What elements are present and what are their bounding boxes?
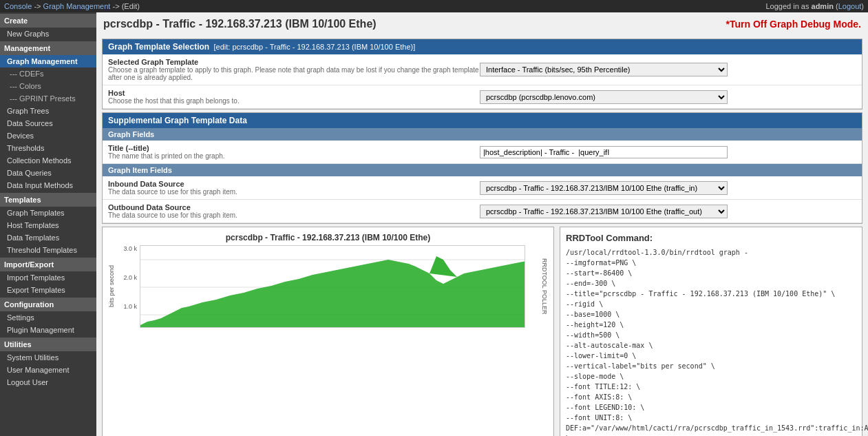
title-label: Title (--title) bbox=[108, 144, 480, 152]
host-desc: Choose the host that this graph belongs … bbox=[108, 97, 480, 105]
selected-graph-template-row: Selected Graph Template Choose a graph t… bbox=[103, 54, 862, 85]
graph-template-selection-box: Graph Template Selection [edit: pcrscdbp… bbox=[102, 39, 862, 110]
sidebar-item-system-utilities[interactable]: System Utilities bbox=[0, 351, 96, 364]
graph-template-edit-link[interactable]: [edit: pcrscdbp - Traffic - 192.168.37.2… bbox=[212, 43, 416, 51]
graph-fields-header: Graph Fields bbox=[103, 128, 862, 141]
sidebar-item-graph-trees[interactable]: Graph Trees bbox=[0, 105, 96, 117]
outbound-select[interactable]: pcrscdbp - Traffic - 192.168.37.213/IBM … bbox=[480, 205, 728, 218]
graph-management-link[interactable]: Graph Management bbox=[43, 2, 111, 10]
sidebar-item-devices[interactable]: Devices bbox=[0, 129, 96, 142]
sidebar-item-colors[interactable]: --- Colors bbox=[0, 80, 96, 92]
chart-container: pcrscdbp - Traffic - 192.168.37.213 (IBM… bbox=[108, 233, 548, 328]
selected-template-label: Selected Graph Template bbox=[108, 58, 480, 66]
sidebar-item-gprint-presets[interactable]: --- GPRINT Presets bbox=[0, 92, 96, 105]
sidebar-item-settings[interactable]: Settings bbox=[0, 311, 96, 324]
page-header: pcrscdbp - Traffic - 192.168.37.213 (IBM… bbox=[96, 12, 868, 36]
sidebar-item-export-templates[interactable]: Export Templates bbox=[0, 284, 96, 296]
sidebar: Create New Graphs Management Graph Manag… bbox=[0, 12, 96, 436]
selected-template-select[interactable]: Interface - Traffic (bits/sec, 95th Perc… bbox=[480, 63, 728, 76]
templates-section-header: Templates bbox=[0, 193, 96, 207]
chart-wrapper: bits per second 3.0 k 2.0 k 1.0 k bbox=[108, 245, 548, 328]
host-select[interactable]: pcrscdbp (pcrscdbp.lenovo.com) bbox=[480, 90, 728, 104]
sidebar-item-user-management[interactable]: User Management bbox=[0, 364, 96, 376]
inbound-label: Inbound Data Source bbox=[108, 180, 480, 188]
rrdtool-command: /usr/local/rrdtool-1.3.0/bin/rrdtool gra… bbox=[566, 247, 856, 436]
sidebar-item-data-sources[interactable]: Data Sources bbox=[0, 117, 96, 129]
rrdtool-title: RRDTool Command: bbox=[566, 233, 856, 243]
inbound-desc: The data source to use for this graph it… bbox=[108, 188, 480, 196]
graph-template-selection-header: Graph Template Selection [edit: pcrscdbp… bbox=[103, 39, 862, 54]
sidebar-item-new-graphs[interactable]: New Graphs bbox=[0, 28, 96, 40]
sidebar-item-graph-templates[interactable]: Graph Templates bbox=[0, 207, 96, 219]
utilities-section-header: Utilities bbox=[0, 338, 96, 351]
chart-title: pcrscdbp - Traffic - 192.168.37.213 (IBM… bbox=[108, 233, 548, 242]
inbound-select[interactable]: pcrscdbp - Traffic - 192.168.37.213/IBM … bbox=[480, 181, 728, 195]
main-content: pcrscdbp - Traffic - 192.168.37.213 (IBM… bbox=[96, 12, 868, 436]
sidebar-item-cdefs[interactable]: --- CDEFs bbox=[0, 68, 96, 80]
sidebar-item-data-input-methods[interactable]: Data Input Methods bbox=[0, 179, 96, 191]
inbound-row: Inbound Data Source The data source to u… bbox=[103, 176, 862, 200]
y-tick-2k: 2.0 k bbox=[118, 274, 137, 281]
y-tick-1k: 1.0 k bbox=[118, 303, 137, 310]
title-desc: The name that is printed on the graph. bbox=[108, 152, 480, 160]
sidebar-item-graph-management[interactable]: Graph Management bbox=[0, 55, 96, 68]
supplemental-section-box: Supplemental Graph Template Data Graph F… bbox=[102, 112, 862, 224]
create-section-header: Create bbox=[0, 14, 96, 28]
sidebar-item-data-queries[interactable]: Data Queries bbox=[0, 167, 96, 179]
host-row: Host Choose the host that this graph bel… bbox=[103, 85, 862, 109]
breadcrumb: Console -> Graph Management -> (Edit) bbox=[4, 2, 140, 10]
selected-template-desc: Choose a graph template to apply to this… bbox=[108, 66, 480, 81]
title-input[interactable] bbox=[480, 146, 728, 158]
app-wrapper: Create New Graphs Management Graph Manag… bbox=[0, 12, 868, 436]
graph-item-fields-header: Graph Item Fields bbox=[103, 164, 862, 176]
sidebar-item-logout-user[interactable]: Logout User bbox=[0, 376, 96, 388]
lower-area: pcrscdbp - Traffic - 192.168.37.213 (IBM… bbox=[102, 227, 862, 436]
page-title: pcrscdbp - Traffic - 192.168.37.213 (IBM… bbox=[103, 18, 377, 30]
chart-right-label: RRDTOOL POLLER bbox=[541, 258, 548, 315]
management-section-header: Management bbox=[0, 41, 96, 55]
logout-link[interactable]: Logout bbox=[838, 2, 862, 10]
import-export-section-header: Import/Export bbox=[0, 258, 96, 271]
configuration-section-header: Configuration bbox=[0, 298, 96, 311]
topbar: Console -> Graph Management -> (Edit) Lo… bbox=[0, 0, 868, 12]
y-tick-3k: 3.0 k bbox=[118, 245, 137, 252]
outbound-label: Outbound Data Source bbox=[108, 203, 480, 211]
sidebar-item-plugin-management[interactable]: Plugin Management bbox=[0, 324, 96, 336]
rrd-area: RRDTool Command: /usr/local/rrdtool-1.3.… bbox=[560, 227, 862, 436]
username: admin bbox=[812, 2, 834, 10]
chart-y-label: bits per second bbox=[108, 265, 115, 307]
debug-mode-link[interactable]: *Turn Off Graph Debug Mode. bbox=[726, 19, 861, 30]
sidebar-item-collection-methods[interactable]: Collection Methods bbox=[0, 154, 96, 167]
host-label: Host bbox=[108, 89, 480, 97]
sidebar-item-threshold-templates[interactable]: Threshold Templates bbox=[0, 244, 96, 256]
sidebar-item-import-templates[interactable]: Import Templates bbox=[0, 271, 96, 284]
chart-area: pcrscdbp - Traffic - 192.168.37.213 (IBM… bbox=[102, 227, 554, 436]
user-info: Logged in as admin (Logout) bbox=[765, 2, 864, 10]
supplemental-header: Supplemental Graph Template Data bbox=[103, 113, 862, 128]
outbound-row: Outbound Data Source The data source to … bbox=[103, 200, 862, 223]
title-row: Title (--title) The name that is printed… bbox=[103, 141, 862, 164]
sidebar-item-thresholds[interactable]: Thresholds bbox=[0, 142, 96, 154]
sidebar-item-data-templates[interactable]: Data Templates bbox=[0, 231, 96, 244]
outbound-desc: The data source to use for this graph it… bbox=[108, 211, 480, 219]
sidebar-item-host-templates[interactable]: Host Templates bbox=[0, 219, 96, 231]
traffic-chart bbox=[140, 245, 525, 328]
console-link[interactable]: Console bbox=[4, 2, 32, 10]
